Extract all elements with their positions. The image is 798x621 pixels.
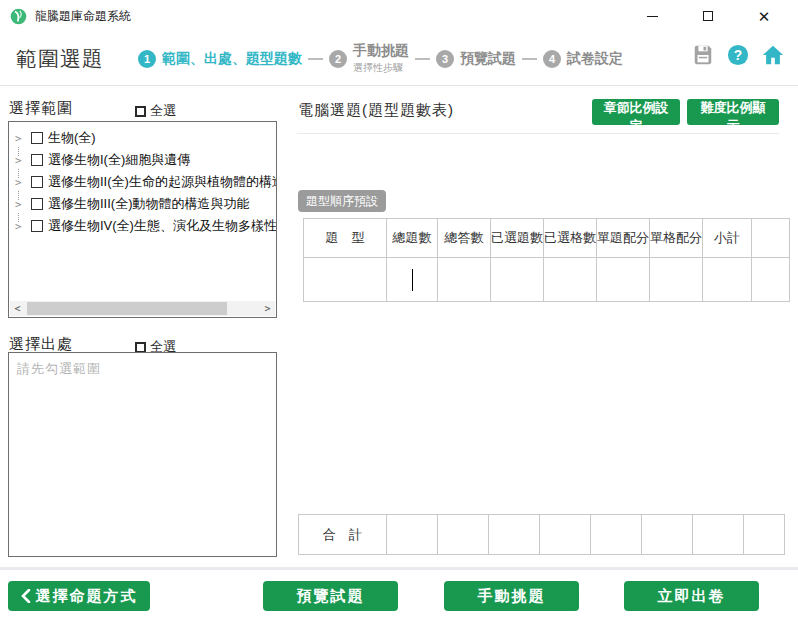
tree-item-checkbox[interactable] bbox=[31, 198, 43, 210]
close-icon: ✕ bbox=[758, 9, 771, 24]
chapter-ratio-button[interactable]: 章節比例設定 bbox=[592, 99, 680, 125]
step-2-sublabel: 選擇性步驟 bbox=[353, 61, 409, 75]
tree-item-label: 選修生物II(全)生命的起源與植物體的構造 bbox=[48, 173, 276, 191]
cell-points-per-cell[interactable] bbox=[650, 258, 703, 302]
step-3-preview[interactable]: 3 預覽試題 bbox=[436, 50, 516, 68]
tree-item-checkbox[interactable] bbox=[31, 220, 43, 232]
range-select-all-checkbox[interactable] bbox=[135, 106, 146, 117]
difficulty-ratio-button[interactable]: 難度比例顯示 bbox=[687, 99, 779, 125]
back-button-label: 選擇命題方式 bbox=[36, 587, 138, 606]
tree-item-label: 選修生物I(全)細胞與遺傳 bbox=[48, 151, 190, 169]
step-1-range[interactable]: 1 範圍、出處、題型題數 bbox=[138, 50, 302, 68]
scroll-left-arrow-icon[interactable]: < bbox=[10, 301, 25, 316]
question-type-table: 題 型 總題數 總答數 已選題數 已選格數 單題配分 單格配分 小計 bbox=[303, 218, 790, 302]
chevron-right-icon[interactable]: > bbox=[15, 154, 27, 167]
question-order-preset-badge[interactable]: 題型順序預設 bbox=[298, 190, 386, 212]
chevron-right-icon[interactable]: > bbox=[15, 198, 27, 211]
col-total-questions: 總題數 bbox=[387, 219, 438, 258]
col-subtotal: 小計 bbox=[703, 219, 752, 258]
cell-subtotal[interactable] bbox=[703, 258, 752, 302]
step-4-label: 試卷設定 bbox=[567, 50, 623, 68]
tree-item-elective-bio-4[interactable]: > 選修生物IV(全)生態、演化及生物多樣性 bbox=[9, 215, 276, 237]
close-button[interactable]: ✕ bbox=[736, 0, 792, 32]
total-row-table: 合 計 bbox=[298, 514, 785, 555]
step-2-label: 手動挑題 bbox=[353, 42, 409, 60]
scroll-right-arrow-icon[interactable]: > bbox=[260, 301, 275, 316]
range-panel-title: 選擇範圍 bbox=[9, 99, 73, 118]
chevron-right-icon[interactable]: > bbox=[15, 220, 27, 233]
cell-question-type[interactable] bbox=[304, 258, 387, 302]
chevron-right-icon[interactable]: > bbox=[15, 132, 27, 145]
total-cell bbox=[642, 515, 693, 555]
source-list-panel[interactable]: 請先勾選範圍 bbox=[8, 352, 277, 557]
window-titlebar: 龍騰題庫命題系統 ✕ bbox=[0, 0, 798, 32]
home-icon[interactable] bbox=[762, 44, 784, 66]
source-placeholder-text: 請先勾選範圍 bbox=[9, 353, 276, 378]
wizard-header: 範圍選題 1 範圍、出處、題型題數 2 手動挑題 選擇性步驟 3 預覽試題 4 bbox=[0, 32, 798, 86]
cell-total-answers[interactable] bbox=[438, 258, 491, 302]
step-4-number: 4 bbox=[543, 50, 561, 68]
chevron-right-icon[interactable]: > bbox=[15, 176, 27, 189]
step-4-paper-settings[interactable]: 4 試卷設定 bbox=[543, 50, 623, 68]
help-icon[interactable]: ? bbox=[727, 44, 749, 66]
total-cell bbox=[693, 515, 744, 555]
step-1-number: 1 bbox=[138, 50, 156, 68]
back-to-method-button[interactable]: 選擇命題方式 bbox=[8, 581, 150, 611]
table-row bbox=[304, 258, 790, 302]
app-logo-icon bbox=[10, 8, 27, 25]
total-row: 合 計 bbox=[299, 515, 785, 555]
preview-questions-button[interactable]: 預覽試題 bbox=[263, 581, 398, 611]
maximize-button[interactable] bbox=[680, 0, 736, 32]
page-title: 範圍選題 bbox=[16, 45, 104, 73]
step-1-label: 範圍、出處、題型題數 bbox=[162, 50, 302, 68]
footer-divider bbox=[0, 567, 798, 570]
text-caret bbox=[412, 269, 413, 291]
range-select-all[interactable]: 全選 bbox=[135, 102, 176, 120]
step-2-number: 2 bbox=[329, 50, 347, 68]
step-3-number: 3 bbox=[436, 50, 454, 68]
col-question-type: 題 型 bbox=[304, 219, 387, 258]
col-points-per-cell: 單格配分 bbox=[650, 219, 703, 258]
cell-selected-questions[interactable] bbox=[491, 258, 544, 302]
minimize-icon bbox=[647, 16, 658, 17]
scrollbar-thumb[interactable] bbox=[27, 302, 227, 315]
col-total-answers: 總答數 bbox=[438, 219, 491, 258]
header-icons: ? bbox=[692, 44, 784, 66]
col-selected-questions: 已選題數 bbox=[491, 219, 544, 258]
range-tree: > 生物(全) > 選修生物I(全)細胞與遺傳 > 選修生物II(全)生命的起源… bbox=[9, 122, 276, 237]
tree-item-checkbox[interactable] bbox=[31, 154, 43, 166]
total-cell bbox=[387, 515, 438, 555]
tree-item-checkbox[interactable] bbox=[31, 132, 43, 144]
minimize-button[interactable] bbox=[624, 0, 680, 32]
table-header-row: 題 型 總題數 總答數 已選題數 已選格數 單題配分 單格配分 小計 bbox=[304, 219, 790, 258]
range-tree-panel: > 生物(全) > 選修生物I(全)細胞與遺傳 > 選修生物II(全)生命的起源… bbox=[8, 121, 277, 318]
total-cell bbox=[438, 515, 489, 555]
cell-extra[interactable] bbox=[752, 258, 790, 302]
total-cell bbox=[540, 515, 591, 555]
tree-item-elective-bio-2[interactable]: > 選修生物II(全)生命的起源與植物體的構造 bbox=[9, 171, 276, 193]
step-2-manual-pick[interactable]: 2 手動挑題 選擇性步驟 bbox=[329, 42, 409, 75]
maximize-icon bbox=[703, 11, 713, 21]
window-title: 龍騰題庫命題系統 bbox=[35, 8, 131, 25]
col-selected-cells: 已選格數 bbox=[544, 219, 597, 258]
horizontal-scrollbar[interactable]: < > bbox=[10, 301, 275, 316]
cell-points-per-question[interactable] bbox=[597, 258, 650, 302]
tree-item-elective-bio-1[interactable]: > 選修生物I(全)細胞與遺傳 bbox=[9, 149, 276, 171]
total-cell bbox=[591, 515, 642, 555]
col-points-per-question: 單題配分 bbox=[597, 219, 650, 258]
tree-item-checkbox[interactable] bbox=[31, 176, 43, 188]
tree-item-elective-bio-3[interactable]: > 選修生物III(全)動物體的構造與功能 bbox=[9, 193, 276, 215]
save-icon[interactable] bbox=[692, 44, 714, 66]
tree-item-biology-all[interactable]: > 生物(全) bbox=[9, 127, 276, 149]
cell-selected-cells[interactable] bbox=[544, 258, 597, 302]
tree-item-label: 選修生物IV(全)生態、演化及生物多樣性 bbox=[48, 217, 276, 235]
svg-text:?: ? bbox=[734, 48, 742, 63]
cell-total-questions[interactable] bbox=[387, 258, 438, 302]
range-select-all-label: 全選 bbox=[150, 102, 176, 120]
step-3-label: 預覽試題 bbox=[460, 50, 516, 68]
panel-divider bbox=[297, 133, 779, 134]
source-select-all-checkbox[interactable] bbox=[135, 342, 146, 353]
generate-paper-button[interactable]: 立即出卷 bbox=[624, 581, 759, 611]
manual-pick-button[interactable]: 手動挑題 bbox=[444, 581, 579, 611]
chevron-left-icon bbox=[21, 589, 31, 603]
